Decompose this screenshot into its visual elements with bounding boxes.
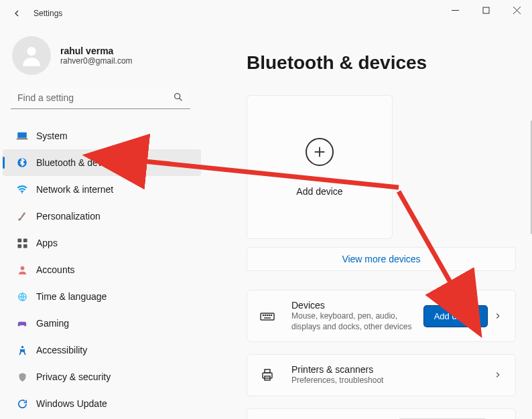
nav-label: Time & language xyxy=(36,291,107,302)
sidebar-item-time[interactable]: Time & language xyxy=(3,283,201,310)
svg-point-4 xyxy=(27,47,36,56)
svg-rect-14 xyxy=(23,238,27,242)
chevron-right-icon xyxy=(491,370,505,380)
accessibility-icon xyxy=(15,345,29,356)
add-device-button[interactable]: Add device xyxy=(424,306,487,327)
profile-email: rahver0@gmail.com xyxy=(60,56,133,66)
svg-rect-31 xyxy=(265,369,270,373)
nav-label: Privacy & security xyxy=(36,371,111,382)
keyboard-icon xyxy=(258,308,277,324)
nav-label: Gaming xyxy=(36,318,69,329)
sidebar-item-accessibility[interactable]: Accessibility xyxy=(3,337,201,363)
svg-point-19 xyxy=(21,345,23,348)
sidebar-item-accounts[interactable]: Accounts xyxy=(3,256,201,283)
svg-point-27 xyxy=(269,315,269,316)
update-icon xyxy=(15,398,29,410)
sidebar-item-privacy[interactable]: Privacy & security xyxy=(3,363,201,390)
svg-point-24 xyxy=(263,315,263,316)
maximize-icon xyxy=(482,7,490,14)
person-icon xyxy=(19,43,44,68)
close-icon xyxy=(513,7,521,14)
settings-window: Settings rahul verma rahver0@gmail.com xyxy=(0,0,532,419)
sidebar-item-bluetooth[interactable]: Bluetooth & devices xyxy=(3,149,201,176)
sidebar-item-gaming[interactable]: Gaming xyxy=(3,310,201,337)
nav-label: Apps xyxy=(36,238,58,248)
svg-rect-15 xyxy=(17,244,21,248)
svg-rect-1 xyxy=(483,7,489,13)
nav-list: System Bluetooth & devices Network & int… xyxy=(0,122,201,417)
plus-icon xyxy=(306,138,334,166)
main-content: Bluetooth & devices Add device View more… xyxy=(201,27,532,419)
sidebar-item-network[interactable]: Network & internet xyxy=(3,176,201,203)
svg-rect-7 xyxy=(17,133,27,138)
minimize-icon xyxy=(452,7,459,14)
svg-rect-22 xyxy=(261,313,274,320)
svg-point-5 xyxy=(175,94,180,99)
page-title: Bluetooth & devices xyxy=(247,52,532,74)
gamepad-icon xyxy=(15,317,29,329)
search-field[interactable] xyxy=(11,87,190,109)
card-title: Printers & scanners xyxy=(291,364,487,375)
nav-label: Windows Update xyxy=(36,398,107,409)
wifi-icon xyxy=(15,183,29,195)
svg-point-17 xyxy=(20,266,24,270)
view-more-devices-link[interactable]: View more devices xyxy=(247,247,516,271)
svg-point-25 xyxy=(265,315,265,316)
search-icon xyxy=(173,92,184,105)
card-title: Devices xyxy=(291,300,424,311)
printers-card[interactable]: Printers & scanners Preferences, trouble… xyxy=(247,354,516,396)
sidebar-item-apps[interactable]: Apps xyxy=(3,230,201,256)
nav-label: Bluetooth & devices xyxy=(36,157,119,168)
svg-point-12 xyxy=(21,192,23,193)
card-subtitle: Preferences, troubleshoot xyxy=(291,375,487,386)
search-input[interactable] xyxy=(11,87,190,109)
chevron-right-icon xyxy=(491,311,505,321)
sidebar-item-system[interactable]: System xyxy=(3,122,201,149)
nav-label: Accessibility xyxy=(36,345,87,355)
nav-label: Personalization xyxy=(36,211,101,222)
add-device-label: Add device xyxy=(296,186,342,197)
svg-rect-8 xyxy=(17,139,28,140)
nav-label: Network & internet xyxy=(36,184,113,195)
card-subtitle: Mouse, keyboard, pen, audio, displays an… xyxy=(291,311,424,332)
svg-rect-16 xyxy=(23,244,27,248)
devices-card[interactable]: Devices Mouse, keyboard, pen, audio, dis… xyxy=(247,290,516,342)
svg-rect-30 xyxy=(263,373,272,378)
profile-block[interactable]: rahul verma rahver0@gmail.com xyxy=(0,32,201,87)
back-button[interactable] xyxy=(8,3,28,23)
svg-line-6 xyxy=(180,98,182,101)
printer-icon xyxy=(258,367,277,383)
svg-rect-13 xyxy=(17,238,21,242)
maximize-button[interactable] xyxy=(470,0,501,20)
shield-icon xyxy=(15,371,29,383)
window-title: Settings xyxy=(34,9,62,18)
profile-name: rahul verma xyxy=(60,46,133,56)
view-more-label: View more devices xyxy=(342,254,420,264)
sidebar-item-update[interactable]: Windows Update xyxy=(3,390,201,417)
close-button[interactable] xyxy=(501,0,532,20)
account-icon xyxy=(15,264,29,276)
sidebar: rahul verma rahver0@gmail.com System xyxy=(0,27,201,419)
your-phone-card[interactable]: Your Phone Instantly access your Open Yo… xyxy=(247,408,516,419)
minimize-button[interactable] xyxy=(440,0,470,20)
apps-icon xyxy=(15,238,29,249)
laptop-icon xyxy=(15,130,29,142)
brush-icon xyxy=(15,210,29,222)
avatar xyxy=(12,36,51,75)
sidebar-item-personalization[interactable]: Personalization xyxy=(3,203,201,230)
nav-label: Accounts xyxy=(36,264,75,275)
titlebar: Settings xyxy=(0,0,532,27)
nav-label: System xyxy=(36,131,68,141)
window-controls xyxy=(440,0,532,20)
svg-point-28 xyxy=(271,315,271,316)
globe-icon xyxy=(15,291,29,303)
bluetooth-icon xyxy=(15,157,29,169)
add-device-card[interactable]: Add device xyxy=(247,95,393,239)
svg-point-26 xyxy=(267,315,267,316)
